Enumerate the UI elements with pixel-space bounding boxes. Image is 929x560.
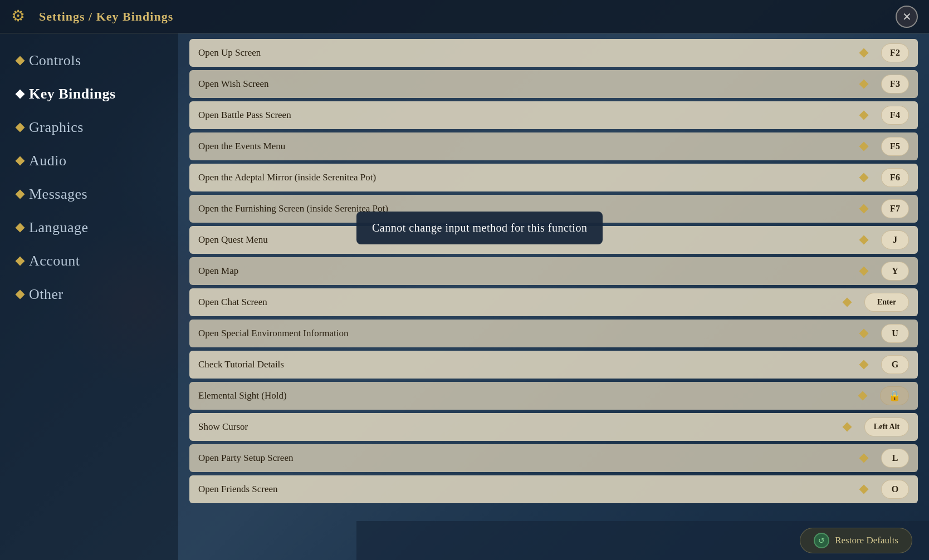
keybind-key-value: 🔒 [880,386,909,405]
diamond-icon [843,298,852,307]
header-title: Settings / Key Bindings [39,9,173,24]
diamond-icon [16,290,25,299]
sidebar-item-messages[interactable]: Messages [0,178,178,210]
close-button[interactable]: ✕ [896,6,918,28]
diamond-icon [859,360,869,370]
keybind-change-icon [855,232,872,248]
keybind-row-map[interactable]: Open Map Y [189,257,918,285]
keybind-row-show-cursor[interactable]: Show Cursor Left Alt [189,413,918,441]
sidebar-item-other[interactable]: Other [0,278,178,311]
diamond-icon [859,329,869,338]
keybind-row-chat[interactable]: Open Chat Screen Enter [189,288,918,316]
keybind-row-open-wish[interactable]: Open Wish Screen F3 [189,70,918,98]
diamond-icon [859,454,869,463]
keybind-name: Show Cursor [198,421,839,433]
keybind-change-icon [855,200,872,217]
keybind-key-value: F3 [881,75,909,94]
keybind-row-friends[interactable]: Open Friends Screen O [189,475,918,503]
keybind-name: Open Friends Screen [198,484,855,495]
keybind-name: Open the Events Menu [198,141,855,152]
keybind-change-icon [839,294,855,311]
diamond-icon [859,267,869,276]
keybind-row-adeptal-mirror[interactable]: Open the Adeptal Mirror (inside Serenite… [189,164,918,191]
sidebar-label-language: Language [29,219,89,236]
diamond-icon [859,485,869,494]
keybind-name: Open Quest Menu [198,234,855,245]
keybind-row-party-setup[interactable]: Open Party Setup Screen L [189,444,918,472]
sidebar-label-key-bindings: Key Bindings [29,86,116,102]
diamond-icon [16,90,25,99]
keybind-row-elemental-sight[interactable]: Elemental Sight (Hold) 🔒 [189,382,918,410]
sidebar-label-other: Other [29,286,63,303]
keybind-key-value: Left Alt [864,417,909,436]
keybind-row-tutorial[interactable]: Check Tutorial Details G [189,351,918,379]
keybind-name: Elemental Sight (Hold) [198,390,854,401]
keybind-key-value: F5 [881,137,909,156]
keybind-key-value: F4 [881,106,909,125]
keybind-row-events-menu[interactable]: Open the Events Menu F5 [189,132,918,160]
keybind-row-furnishing[interactable]: Open the Furnishing Screen (inside Seren… [189,195,918,223]
keybind-change-icon [839,419,855,435]
keybind-row-battle-pass[interactable]: Open Battle Pass Screen F4 [189,101,918,129]
keybind-key-value: F2 [881,43,909,62]
close-icon: ✕ [902,10,912,23]
keybind-key-value: Y [881,262,909,281]
content-area: Open Up Screen F2 Open Wish Screen F3 [178,33,929,560]
diamond-icon [16,156,25,166]
diamond-icon [859,80,869,89]
keybind-change-icon [855,169,872,186]
diamond-icon [843,423,852,432]
sidebar-item-account[interactable]: Account [0,245,178,277]
keybind-change-icon [855,481,872,498]
keybind-key-value: F7 [881,199,909,218]
sidebar-item-audio[interactable]: Audio [0,145,178,177]
keybind-name: Open Map [198,266,855,277]
keybind-key-value: L [881,449,909,468]
keybind-list[interactable]: Open Up Screen F2 Open Wish Screen F3 [178,33,929,560]
keybind-change-icon [855,107,872,124]
keybind-name: Open Party Setup Screen [198,453,855,464]
sidebar-item-graphics[interactable]: Graphics [0,111,178,144]
footer: ↺ Restore Defaults [356,521,929,560]
keybind-key-value: O [881,480,909,499]
sidebar-item-key-bindings[interactable]: Key Bindings [0,78,178,110]
diamond-icon [859,48,869,58]
diamond-icon [859,235,869,245]
keybind-change-icon [855,45,872,61]
keybind-key-value: F6 [881,168,909,187]
sidebar-label-controls: Controls [29,52,81,69]
keybind-name: Open Battle Pass Screen [198,110,855,121]
diamond-icon [16,257,25,266]
keybind-row-open-up-screen[interactable]: Open Up Screen F2 [189,39,918,67]
keybind-row-special-env[interactable]: Open Special Environment Information U [189,320,918,347]
sidebar-label-audio: Audio [29,153,67,169]
keybind-change-icon [855,138,872,155]
keybind-name: Open the Furnishing Screen (inside Seren… [198,203,855,214]
diamond-icon [859,204,869,214]
sidebar-item-controls[interactable]: Controls [0,45,178,77]
diamond-icon [858,391,868,401]
keybind-key-value: U [881,324,909,343]
keybind-name: Open Up Screen [198,47,855,58]
keybind-name: Open Wish Screen [198,78,855,90]
sidebar-label-messages: Messages [29,186,87,203]
gear-icon: ⚙ [11,7,31,27]
restore-defaults-button[interactable]: ↺ Restore Defaults [800,528,912,553]
keybind-key-value: G [881,355,909,374]
keybind-change-icon [855,76,872,92]
sidebar-label-account: Account [29,253,80,269]
diamond-icon [859,173,869,183]
keybind-name: Open Special Environment Information [198,328,855,339]
diamond-icon [16,56,25,66]
keybind-name: Check Tutorial Details [198,359,855,370]
keybind-row-quest-menu[interactable]: Open Quest Menu J [189,226,918,254]
sidebar-item-language[interactable]: Language [0,212,178,244]
keybind-name: Open Chat Screen [198,297,839,308]
restore-label: Restore Defaults [835,535,898,546]
restore-icon: ↺ [814,533,829,548]
keybind-key-value: J [881,230,909,249]
diamond-icon [859,111,869,120]
header: ⚙ Settings / Key Bindings ✕ [0,0,929,33]
keybind-change-icon [855,263,872,279]
keybind-change-icon [855,450,872,466]
